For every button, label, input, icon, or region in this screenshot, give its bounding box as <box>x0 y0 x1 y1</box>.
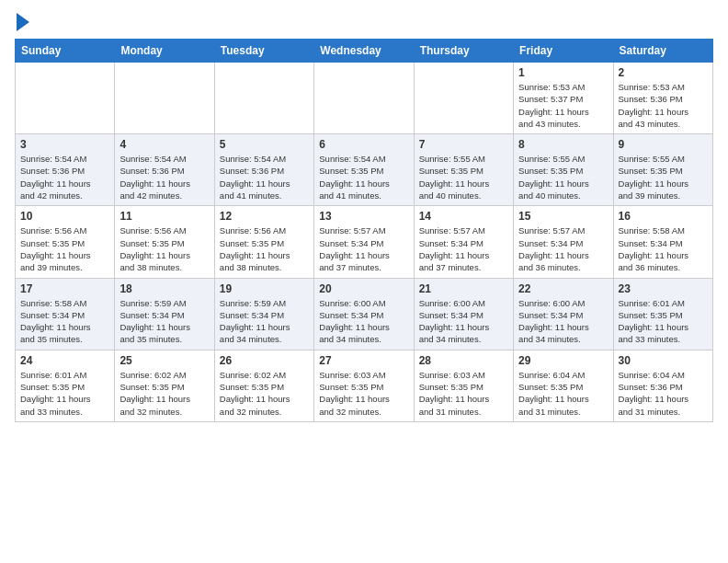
day-cell-4: 4Sunrise: 5:54 AM Sunset: 5:36 PM Daylig… <box>115 134 214 206</box>
day-info: Sunrise: 5:53 AM Sunset: 5:36 PM Dayligh… <box>619 81 708 130</box>
day-number: 25 <box>119 354 209 367</box>
day-info: Sunrise: 5:55 AM Sunset: 5:35 PM Dayligh… <box>518 153 608 201</box>
day-number: 11 <box>119 210 209 223</box>
day-info: Sunrise: 5:59 AM Sunset: 5:34 PM Dayligh… <box>119 297 209 346</box>
day-cell-14: 14Sunrise: 5:57 AM Sunset: 5:34 PM Dayli… <box>414 206 513 278</box>
day-cell-7: 7Sunrise: 5:55 AM Sunset: 5:35 PM Daylig… <box>414 134 513 206</box>
day-cell-3: 3Sunrise: 5:54 AM Sunset: 5:36 PM Daylig… <box>16 134 115 206</box>
logo <box>15 15 29 31</box>
day-info: Sunrise: 5:57 AM Sunset: 5:34 PM Dayligh… <box>518 224 608 273</box>
day-info: Sunrise: 6:04 AM Sunset: 5:35 PM Dayligh… <box>518 369 608 418</box>
calendar-body: 1Sunrise: 5:53 AM Sunset: 5:37 PM Daylig… <box>16 63 713 422</box>
day-cell-23: 23Sunrise: 6:01 AM Sunset: 5:35 PM Dayli… <box>613 278 712 350</box>
day-info: Sunrise: 5:54 AM Sunset: 5:36 PM Dayligh… <box>20 153 109 201</box>
day-cell-8: 8Sunrise: 5:55 AM Sunset: 5:35 PM Daylig… <box>514 134 613 206</box>
day-cell-1: 1Sunrise: 5:53 AM Sunset: 5:37 PM Daylig… <box>514 63 613 134</box>
day-info: Sunrise: 6:00 AM Sunset: 5:34 PM Dayligh… <box>419 297 508 346</box>
day-info: Sunrise: 5:57 AM Sunset: 5:34 PM Dayligh… <box>319 224 408 273</box>
day-cell-17: 17Sunrise: 5:58 AM Sunset: 5:34 PM Dayli… <box>16 278 115 350</box>
day-info: Sunrise: 5:55 AM Sunset: 5:35 PM Dayligh… <box>619 153 708 201</box>
dow-header-monday: Monday <box>115 40 214 63</box>
day-number: 3 <box>20 138 109 151</box>
day-info: Sunrise: 6:00 AM Sunset: 5:34 PM Dayligh… <box>319 297 408 346</box>
logo-arrow-icon <box>17 13 29 31</box>
day-cell-12: 12Sunrise: 5:56 AM Sunset: 5:35 PM Dayli… <box>214 206 313 278</box>
day-number: 1 <box>518 66 608 79</box>
day-info: Sunrise: 5:56 AM Sunset: 5:35 PM Dayligh… <box>220 224 309 273</box>
day-info: Sunrise: 6:02 AM Sunset: 5:35 PM Dayligh… <box>119 369 209 418</box>
day-cell-28: 28Sunrise: 6:03 AM Sunset: 5:35 PM Dayli… <box>414 350 513 421</box>
day-number: 6 <box>319 138 408 151</box>
day-cell-19: 19Sunrise: 5:59 AM Sunset: 5:34 PM Dayli… <box>214 278 313 350</box>
day-info: Sunrise: 5:58 AM Sunset: 5:34 PM Dayligh… <box>619 224 708 273</box>
day-info: Sunrise: 5:54 AM Sunset: 5:36 PM Dayligh… <box>119 153 209 201</box>
day-cell-5: 5Sunrise: 5:54 AM Sunset: 5:36 PM Daylig… <box>214 134 313 206</box>
day-number: 28 <box>419 354 508 367</box>
empty-cell <box>314 63 414 134</box>
day-info: Sunrise: 5:54 AM Sunset: 5:35 PM Dayligh… <box>319 153 408 201</box>
day-cell-30: 30Sunrise: 6:04 AM Sunset: 5:36 PM Dayli… <box>613 350 712 421</box>
day-cell-24: 24Sunrise: 6:01 AM Sunset: 5:35 PM Dayli… <box>16 350 115 421</box>
day-number: 8 <box>518 138 608 151</box>
day-cell-27: 27Sunrise: 6:03 AM Sunset: 5:35 PM Dayli… <box>314 350 414 421</box>
day-info: Sunrise: 5:56 AM Sunset: 5:35 PM Dayligh… <box>20 224 109 273</box>
day-cell-6: 6Sunrise: 5:54 AM Sunset: 5:35 PM Daylig… <box>314 134 414 206</box>
dow-header-saturday: Saturday <box>613 40 712 63</box>
day-info: Sunrise: 5:53 AM Sunset: 5:37 PM Dayligh… <box>518 81 608 130</box>
day-cell-10: 10Sunrise: 5:56 AM Sunset: 5:35 PM Dayli… <box>16 206 115 278</box>
day-info: Sunrise: 6:03 AM Sunset: 5:35 PM Dayligh… <box>419 369 508 418</box>
day-number: 2 <box>619 66 708 79</box>
day-number: 16 <box>619 210 708 223</box>
day-info: Sunrise: 6:02 AM Sunset: 5:35 PM Dayligh… <box>220 369 309 418</box>
day-cell-22: 22Sunrise: 6:00 AM Sunset: 5:34 PM Dayli… <box>514 278 613 350</box>
day-info: Sunrise: 6:00 AM Sunset: 5:34 PM Dayligh… <box>518 297 608 346</box>
day-cell-13: 13Sunrise: 5:57 AM Sunset: 5:34 PM Dayli… <box>314 206 414 278</box>
day-cell-25: 25Sunrise: 6:02 AM Sunset: 5:35 PM Dayli… <box>115 350 214 421</box>
day-number: 18 <box>119 282 209 295</box>
day-cell-20: 20Sunrise: 6:00 AM Sunset: 5:34 PM Dayli… <box>314 278 414 350</box>
dow-header-thursday: Thursday <box>414 40 513 63</box>
day-cell-18: 18Sunrise: 5:59 AM Sunset: 5:34 PM Dayli… <box>115 278 214 350</box>
week-row-4: 24Sunrise: 6:01 AM Sunset: 5:35 PM Dayli… <box>16 350 713 421</box>
dow-header-tuesday: Tuesday <box>214 40 313 63</box>
day-cell-29: 29Sunrise: 6:04 AM Sunset: 5:35 PM Dayli… <box>514 350 613 421</box>
dow-header-friday: Friday <box>514 40 613 63</box>
day-number: 7 <box>419 138 508 151</box>
week-row-3: 17Sunrise: 5:58 AM Sunset: 5:34 PM Dayli… <box>16 278 713 350</box>
day-number: 17 <box>20 282 109 295</box>
page-header <box>15 15 713 31</box>
day-number: 20 <box>319 282 408 295</box>
day-cell-11: 11Sunrise: 5:56 AM Sunset: 5:35 PM Dayli… <box>115 206 214 278</box>
day-number: 15 <box>518 210 608 223</box>
empty-cell <box>16 63 115 134</box>
dow-header-sunday: Sunday <box>16 40 115 63</box>
week-row-2: 10Sunrise: 5:56 AM Sunset: 5:35 PM Dayli… <box>16 206 713 278</box>
day-number: 10 <box>20 210 109 223</box>
day-number: 29 <box>518 354 608 367</box>
day-number: 23 <box>619 282 708 295</box>
day-number: 24 <box>20 354 109 367</box>
day-cell-15: 15Sunrise: 5:57 AM Sunset: 5:34 PM Dayli… <box>514 206 613 278</box>
day-cell-2: 2Sunrise: 5:53 AM Sunset: 5:36 PM Daylig… <box>613 63 712 134</box>
week-row-1: 3Sunrise: 5:54 AM Sunset: 5:36 PM Daylig… <box>16 134 713 206</box>
day-number: 21 <box>419 282 508 295</box>
day-cell-26: 26Sunrise: 6:02 AM Sunset: 5:35 PM Dayli… <box>214 350 313 421</box>
day-number: 27 <box>319 354 408 367</box>
day-info: Sunrise: 5:58 AM Sunset: 5:34 PM Dayligh… <box>20 297 109 346</box>
calendar-table: SundayMondayTuesdayWednesdayThursdayFrid… <box>15 39 713 422</box>
day-cell-9: 9Sunrise: 5:55 AM Sunset: 5:35 PM Daylig… <box>613 134 712 206</box>
day-number: 13 <box>319 210 408 223</box>
empty-cell <box>414 63 513 134</box>
day-number: 9 <box>619 138 708 151</box>
day-info: Sunrise: 6:01 AM Sunset: 5:35 PM Dayligh… <box>619 297 708 346</box>
days-of-week-row: SundayMondayTuesdayWednesdayThursdayFrid… <box>16 40 713 63</box>
day-info: Sunrise: 5:59 AM Sunset: 5:34 PM Dayligh… <box>220 297 309 346</box>
day-cell-16: 16Sunrise: 5:58 AM Sunset: 5:34 PM Dayli… <box>613 206 712 278</box>
day-info: Sunrise: 5:56 AM Sunset: 5:35 PM Dayligh… <box>119 224 209 273</box>
day-number: 4 <box>119 138 209 151</box>
day-info: Sunrise: 5:54 AM Sunset: 5:36 PM Dayligh… <box>220 153 309 201</box>
dow-header-wednesday: Wednesday <box>314 40 414 63</box>
day-info: Sunrise: 5:57 AM Sunset: 5:34 PM Dayligh… <box>419 224 508 273</box>
day-info: Sunrise: 6:04 AM Sunset: 5:36 PM Dayligh… <box>619 369 708 418</box>
day-number: 30 <box>619 354 708 367</box>
